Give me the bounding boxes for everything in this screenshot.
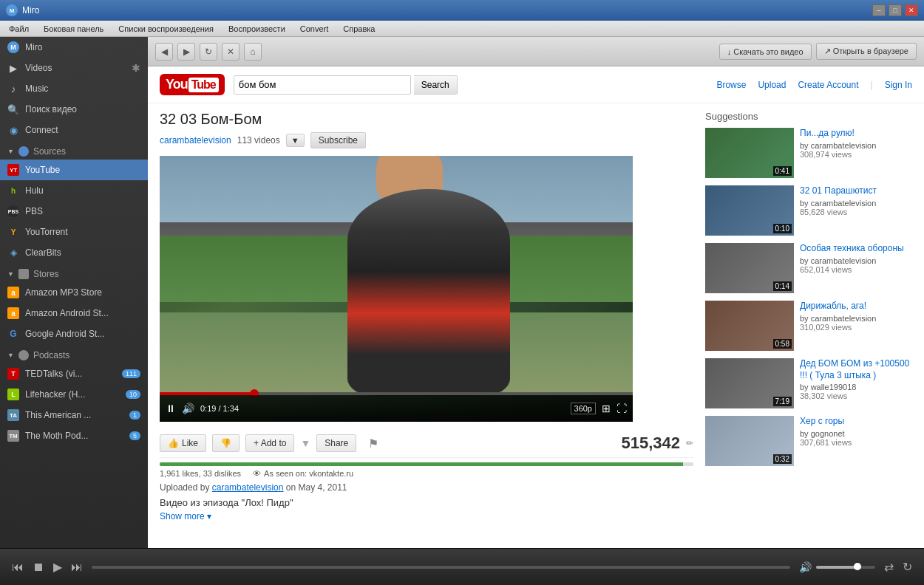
suggestion-title[interactable]: Хер с горы bbox=[800, 416, 912, 428]
video-count: 113 videos bbox=[237, 135, 280, 146]
player-stop-button[interactable]: ⏹ bbox=[33, 561, 44, 574]
suggestion-title[interactable]: Дирижабль, ага! bbox=[800, 301, 912, 312]
suggestion-title[interactable]: Пи...да рулю! bbox=[800, 128, 912, 140]
podcasts-label: Podcasts bbox=[33, 350, 69, 360]
sidebar-item-tedtalks[interactable]: T TEDTalks (vi... 111 bbox=[0, 363, 148, 384]
refresh-button[interactable]: ↻ bbox=[200, 43, 217, 61]
sidebar-item-videos[interactable]: ▶ Videos ✱ bbox=[0, 58, 148, 78]
menu-convert[interactable]: Convert bbox=[294, 23, 335, 35]
suggestion-item[interactable]: 0:58 Дирижабль, ага! by carambatelevisio… bbox=[705, 301, 912, 351]
sidebar-item-music[interactable]: ♪ Music bbox=[0, 78, 148, 99]
suggestions-sidebar: Suggestions 0:41 Пи...да рулю! by caramb… bbox=[705, 111, 912, 521]
sidebar-item-lifehacker[interactable]: L Lifehacker (H... 10 bbox=[0, 384, 148, 405]
suggestion-title[interactable]: Особая техника обороны bbox=[800, 243, 912, 255]
dislike-button[interactable]: 👎 bbox=[212, 434, 240, 452]
close-button[interactable]: ✕ bbox=[905, 4, 918, 16]
like-button[interactable]: 👍 Like bbox=[160, 434, 206, 452]
sources-section[interactable]: ▼ Sources bbox=[0, 140, 148, 160]
sidebar-item-hulu[interactable]: h Hulu bbox=[0, 180, 148, 201]
widescreen-button[interactable]: ⊞ bbox=[602, 403, 611, 414]
channel-link[interactable]: carambatelevision bbox=[160, 135, 231, 146]
sidebar-label-google-android: Google Android St... bbox=[25, 329, 104, 339]
sidebar-label-music: Music bbox=[25, 83, 48, 94]
fullscreen-button[interactable]: ⛶ bbox=[616, 403, 627, 414]
youtube-logo-you: You bbox=[166, 77, 188, 92]
video-title: 32 03 Бом-Бом bbox=[160, 111, 693, 128]
view-count: 515,342 bbox=[621, 434, 680, 453]
edit-icon[interactable]: ✏ bbox=[686, 438, 693, 448]
player-play-button[interactable]: ▶ bbox=[53, 560, 62, 574]
youtube-search-button[interactable]: Search bbox=[414, 75, 458, 95]
yt-signin-link[interactable]: Sign In bbox=[885, 80, 912, 90]
upload-date: on May 4, 2011 bbox=[286, 482, 347, 493]
yt-browse-link[interactable]: Browse bbox=[716, 80, 746, 90]
sidebar-item-connect[interactable]: ◉ Connect bbox=[0, 120, 148, 140]
flag-button[interactable]: ⚑ bbox=[368, 437, 378, 451]
volume-handle[interactable] bbox=[854, 563, 861, 570]
sidebar-item-amazon-mp3[interactable]: a Amazon MP3 Store bbox=[0, 282, 148, 303]
minimize-button[interactable]: – bbox=[872, 4, 886, 16]
player-prev-button[interactable]: ⏮ bbox=[12, 561, 24, 574]
menu-help[interactable]: Справка bbox=[337, 23, 381, 35]
videos-dropdown[interactable]: ▼ bbox=[286, 134, 305, 147]
sidebar-item-this-american[interactable]: TA This American ... 1 bbox=[0, 405, 148, 425]
suggestion-item[interactable]: 7:19 Дед БОМ БОМ из +100500 !!! ( Тула 3… bbox=[705, 358, 912, 408]
sidebar-label-miro: Miro bbox=[25, 42, 42, 52]
volume-slider[interactable] bbox=[816, 566, 875, 569]
player-next-button[interactable]: ⏭ bbox=[71, 561, 83, 574]
stores-section[interactable]: ▼ Stores bbox=[0, 263, 148, 282]
forward-button[interactable]: ▶ bbox=[177, 43, 195, 61]
channel-bar: carambatelevision 113 videos ▼ Subscribe bbox=[160, 132, 693, 148]
pbs-icon: PBS bbox=[7, 205, 19, 217]
sidebar-item-miro[interactable]: M Miro bbox=[0, 37, 148, 58]
yt-upload-link[interactable]: Upload bbox=[758, 80, 786, 90]
youtube-search-input[interactable] bbox=[234, 75, 411, 95]
video-player[interactable]: ⏸ 🔊 0:19 / 1:34 360p ⊞ ⛶ bbox=[160, 156, 633, 422]
suggestion-item[interactable]: 0:14 Особая техника обороны by carambate… bbox=[705, 243, 912, 293]
suggestion-title[interactable]: 32 01 Парашютист bbox=[800, 185, 912, 197]
repeat-button[interactable]: ↻ bbox=[903, 560, 912, 574]
pause-button[interactable]: ⏸ bbox=[166, 403, 176, 414]
share-button[interactable]: Share bbox=[316, 434, 356, 452]
amazon-mp3-icon: a bbox=[7, 287, 19, 298]
menu-playlists[interactable]: Списки воспроизведения bbox=[112, 23, 220, 35]
home-button[interactable]: ⌂ bbox=[244, 43, 262, 61]
sidebar-item-search[interactable]: 🔍 Поиск видео bbox=[0, 99, 148, 120]
like-label: Like bbox=[182, 438, 198, 448]
title-bar: M Miro – □ ✕ bbox=[0, 0, 924, 21]
quality-selector[interactable]: 360p bbox=[571, 403, 596, 414]
download-video-button[interactable]: ↓ Скачать это видео bbox=[719, 44, 812, 60]
menu-file[interactable]: Файл bbox=[3, 23, 35, 35]
suggestion-item[interactable]: 0:32 Хер с горы by gognonet 307,681 view… bbox=[705, 416, 912, 466]
volume-button[interactable]: 🔊 bbox=[182, 403, 194, 414]
sidebar-item-google-android[interactable]: G Google Android St... bbox=[0, 324, 148, 344]
stores-arrow: ▼ bbox=[7, 270, 14, 278]
suggestion-info: 32 01 Парашютист by carambatelevision 85… bbox=[800, 185, 912, 236]
sidebar-item-youtorrent[interactable]: Y YouTorrent bbox=[0, 222, 148, 242]
sidebar-item-pbs[interactable]: PBS PBS bbox=[0, 201, 148, 222]
sidebar-item-moth-pod[interactable]: TM The Moth Pod... 5 bbox=[0, 425, 148, 446]
suggestion-item[interactable]: 0:41 Пи...да рулю! by carambatelevision … bbox=[705, 128, 912, 178]
suggestion-duration: 0:14 bbox=[773, 281, 792, 291]
youtube-logo[interactable]: YouTube bbox=[160, 74, 225, 95]
open-browser-button[interactable]: ↗ Открыть в браузере bbox=[816, 43, 917, 60]
add-dropdown-arrow[interactable]: ▼ bbox=[300, 437, 310, 449]
podcasts-section[interactable]: ▼ Podcasts bbox=[0, 344, 148, 363]
player-progress-bar[interactable] bbox=[92, 566, 790, 569]
show-more-button[interactable]: Show more ▾ bbox=[160, 511, 693, 521]
suggestion-title[interactable]: Дед БОМ БОМ из +100500 !!! ( Тула 3 штык… bbox=[800, 358, 912, 381]
yt-create-account-link[interactable]: Create Account bbox=[798, 80, 858, 90]
stop-button[interactable]: ✕ bbox=[222, 43, 240, 61]
back-button[interactable]: ◀ bbox=[155, 43, 173, 61]
suggestion-item[interactable]: 0:10 32 01 Парашютист by carambatelevisi… bbox=[705, 185, 912, 236]
menu-sidebar[interactable]: Боковая панель bbox=[38, 23, 109, 35]
shuffle-button[interactable]: ⇄ bbox=[884, 560, 894, 574]
subscribe-button[interactable]: Subscribe bbox=[310, 132, 366, 148]
sidebar-item-youtube[interactable]: YT YouTube bbox=[0, 160, 148, 180]
uploader-link[interactable]: carambatelevision bbox=[212, 482, 284, 493]
sidebar-item-clearbits[interactable]: ◈ ClearBits bbox=[0, 242, 148, 263]
sidebar-item-amazon-android[interactable]: a Amazon Android St... bbox=[0, 303, 148, 324]
maximize-button[interactable]: □ bbox=[889, 4, 902, 16]
add-to-button[interactable]: + Add to bbox=[245, 434, 294, 452]
menu-play[interactable]: Воспроизвести bbox=[222, 23, 291, 35]
